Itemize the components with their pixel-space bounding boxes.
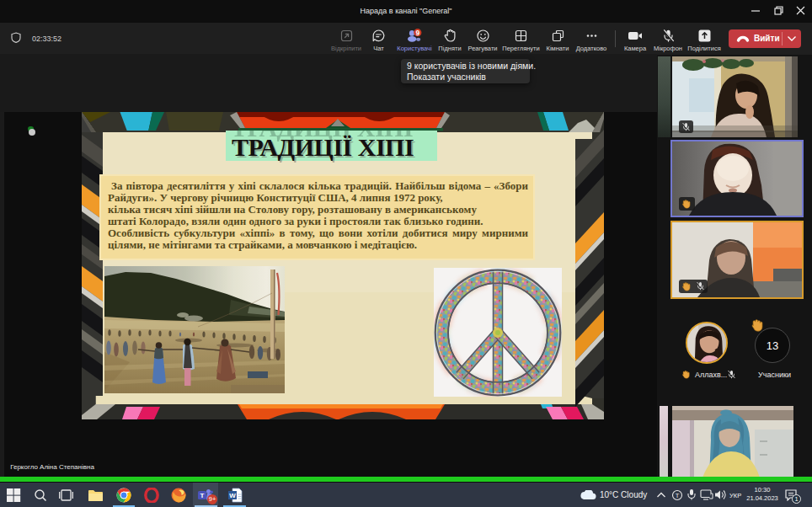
- svg-text:W: W: [229, 492, 236, 499]
- svg-text:9: 9: [415, 29, 419, 37]
- svg-text:T: T: [200, 492, 205, 499]
- svg-text:T: T: [676, 492, 680, 499]
